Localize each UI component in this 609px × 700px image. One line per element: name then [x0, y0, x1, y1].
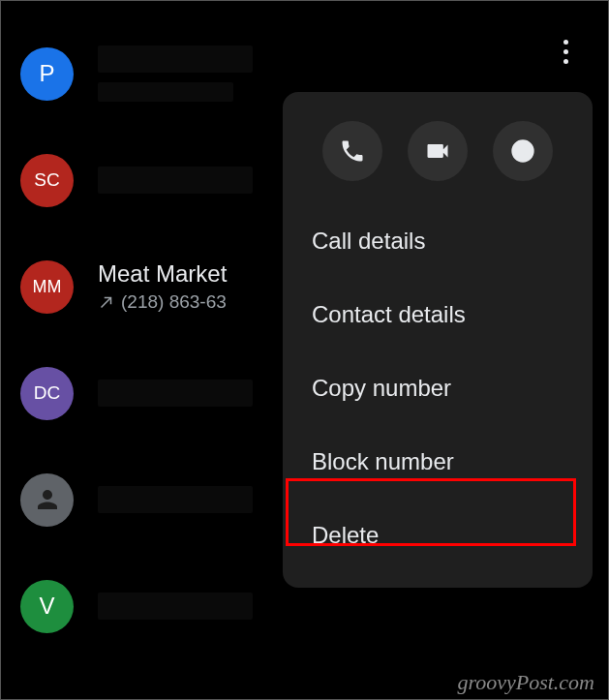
- kebab-dot: [563, 40, 568, 45]
- kebab-dot: [563, 59, 568, 64]
- svg-point-0: [513, 141, 533, 162]
- more-options-button[interactable]: [552, 38, 579, 65]
- avatar-initials: V: [39, 593, 54, 620]
- outgoing-call-icon: [98, 293, 115, 311]
- message-icon: [509, 137, 536, 165]
- avatar[interactable]: V: [20, 580, 74, 633]
- redacted-name: [98, 46, 253, 73]
- quick-actions: [283, 107, 593, 204]
- person-icon: [33, 485, 62, 514]
- contact-info: [98, 593, 253, 620]
- avatar[interactable]: [20, 473, 74, 527]
- redacted-detail: [98, 82, 233, 102]
- menu-copy-number[interactable]: Copy number: [283, 351, 593, 425]
- context-menu: Call details Contact details Copy number…: [283, 92, 593, 588]
- contact-info: [98, 167, 253, 194]
- avatar-initials: MM: [33, 277, 62, 297]
- redacted-name: [98, 486, 253, 513]
- video-call-button[interactable]: [408, 121, 468, 181]
- avatar[interactable]: MM: [20, 260, 74, 314]
- redacted-name: [98, 380, 253, 407]
- menu-call-details[interactable]: Call details: [283, 204, 593, 278]
- watermark: groovyPost.com: [457, 670, 594, 695]
- menu-block-number[interactable]: Block number: [283, 425, 593, 499]
- menu-delete[interactable]: Delete: [283, 499, 593, 572]
- redacted-name: [98, 593, 253, 620]
- avatar-initials: P: [39, 60, 54, 87]
- redacted-name: [98, 167, 253, 194]
- menu-contact-details[interactable]: Contact details: [283, 278, 593, 351]
- kebab-dot: [563, 49, 568, 54]
- avatar-initials: SC: [34, 169, 59, 191]
- avatar[interactable]: DC: [20, 367, 74, 420]
- message-button[interactable]: [493, 121, 553, 181]
- contact-info: Meat Market (218) 863-63: [98, 260, 227, 313]
- phone-icon: [339, 137, 366, 165]
- contact-name: Meat Market: [98, 260, 227, 288]
- phone-number: (218) 863-63: [121, 291, 227, 313]
- avatar[interactable]: P: [20, 47, 74, 101]
- contact-detail: (218) 863-63: [98, 291, 227, 313]
- contact-info: [98, 380, 253, 407]
- avatar[interactable]: SC: [20, 154, 74, 207]
- call-button[interactable]: [322, 121, 382, 181]
- contact-info: [98, 46, 253, 102]
- video-icon: [424, 137, 451, 165]
- avatar-initials: DC: [34, 382, 60, 404]
- contact-info: [98, 486, 253, 513]
